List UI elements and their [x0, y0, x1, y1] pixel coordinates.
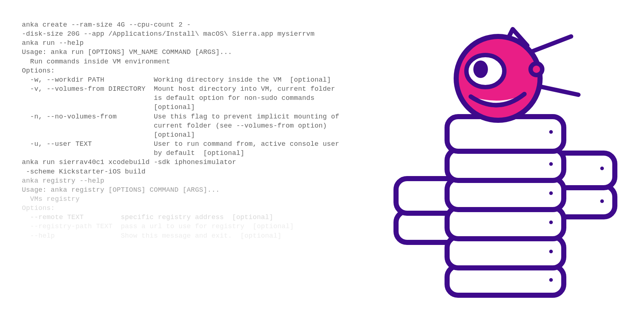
terminal-line: Options:: [22, 204, 350, 213]
terminal-line: by default [optional]: [22, 149, 350, 158]
terminal-line: Options:: [22, 66, 350, 75]
terminal-line: Usage: anka run [OPTIONS] VM_NAME COMMAN…: [22, 48, 350, 57]
terminal-line: -v, --volumes-from DIRECTORY Mount host …: [22, 85, 350, 94]
terminal-line: --help Show this message and exit. [opti…: [22, 231, 350, 241]
terminal-line: -u, --user TEXT User to run command from…: [22, 140, 350, 149]
svg-point-18: [549, 250, 553, 253]
terminal-line: -n, --no-volumes-from Use this flag to p…: [22, 112, 350, 121]
terminal-line: --remote TEXT specific registry address …: [22, 213, 350, 222]
terminal-line: is default option for non-sudo commands: [22, 94, 350, 103]
svg-point-14: [549, 130, 553, 134]
terminal-line: current folder (see --volumes-from optio…: [22, 121, 350, 130]
terminal-line: -disk-size 20G --app /Applications/Insta…: [22, 30, 350, 39]
mascot-icon: [456, 29, 578, 120]
svg-rect-11: [447, 179, 564, 210]
svg-point-19: [549, 278, 553, 282]
terminal-line: anka run --help: [22, 39, 350, 48]
svg-point-23: [531, 63, 542, 75]
svg-point-25: [473, 61, 488, 78]
terminal-line: anka registry --help: [22, 176, 350, 186]
svg-rect-12: [447, 149, 564, 180]
terminal-line: VMs registry: [22, 195, 350, 204]
terminal-output: anka create --ram-size 4G --cpu-count 2 …: [22, 20, 350, 241]
terminal-line: anka create --ram-size 4G --cpu-count 2 …: [22, 20, 350, 30]
svg-rect-9: [447, 237, 564, 268]
server-stack-icon: [389, 15, 622, 299]
terminal-line: Usage: anka registry [OPTIONS] COMMAND […: [22, 186, 350, 195]
svg-point-15: [549, 162, 553, 166]
terminal-line: [optional]: [22, 103, 350, 112]
terminal-line: --registry-path TEXT pass a url to use f…: [22, 222, 350, 231]
svg-point-6: [600, 167, 604, 170]
svg-rect-10: [447, 208, 564, 239]
mascot-server-illustration: [389, 15, 622, 299]
terminal-line: Run commands inside VM environment: [22, 57, 350, 66]
svg-point-16: [549, 191, 553, 195]
svg-point-17: [549, 221, 553, 224]
terminal-line: -scheme Kickstarter-iOS build: [22, 167, 350, 176]
svg-point-7: [600, 199, 604, 203]
terminal-line: [optional]: [22, 130, 350, 140]
terminal-line: anka run sierrav40c1 xcodebuild -sdk iph…: [22, 158, 350, 167]
terminal-line: -w, --workdir PATH Working directory ins…: [22, 75, 350, 85]
